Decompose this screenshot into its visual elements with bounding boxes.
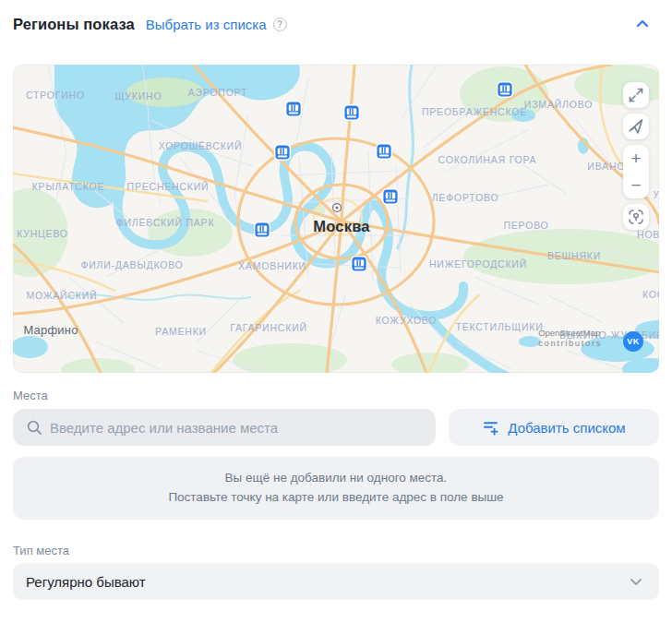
map-district-label: РАМЕНКИ [155, 326, 207, 337]
map-zoom-control: + − [623, 145, 649, 198]
map-zoom-out-button[interactable]: − [623, 172, 649, 198]
map-town-label: Марфино [23, 323, 78, 337]
list-add-icon [482, 418, 500, 437]
empty-places-notice: Вы ещё не добавили ни одного места. Пост… [13, 457, 659, 520]
map-district-label: ТЕКСТИЛЬЩИКИ [455, 321, 543, 332]
map-district-label: ХОРОШЁВСКИЙ [159, 140, 243, 151]
map-district-label: МОЖАЙСКИЙ [27, 290, 98, 301]
map-district-label: АЭРОПОРТ [188, 87, 247, 98]
search-icon [25, 418, 43, 437]
choose-from-list-link[interactable]: Выбрать из списка [146, 17, 267, 32]
map-district-label: ФИЛЁВСКИЙ ПАРК [116, 217, 215, 228]
map-district-label: ПРЕОБРАЖЕНСКОЕ [422, 106, 527, 117]
chevron-up-icon [633, 14, 652, 32]
help-icon[interactable]: ? [273, 18, 287, 31]
metro-station-pin[interactable] [377, 144, 392, 160]
map-district-label: ФИЛИ-ДАВЫДКОВО [80, 259, 183, 270]
map-district-label: ХАМОВНИКИ [238, 260, 306, 271]
metro-station-pin[interactable] [498, 82, 513, 98]
metro-station-pin[interactable] [255, 222, 270, 238]
map-district-label: ПЕРОВО [503, 220, 548, 231]
chevron-down-icon [626, 571, 646, 592]
map-pin-target-button[interactable] [623, 204, 649, 230]
map-canvas[interactable]: СТРОГИНОЩУКИНОАЭРОПОРТХОРОШЁВСКИЙПРЕОБРА… [13, 65, 659, 373]
metro-station-pin[interactable] [286, 102, 302, 117]
place-search-field [13, 409, 436, 446]
map-district-label: ГАГАРИНСКИЙ [230, 322, 307, 333]
map-district-label: КОСИ [642, 289, 659, 300]
place-type-value: Регулярно бывают [26, 574, 146, 590]
add-by-list-label: Добавить списком [508, 420, 625, 436]
map-district-label: КРЫЛАТСКОЕ [32, 181, 105, 192]
map-district-label: КУНЦЕВО [17, 228, 68, 239]
navigation-arrow-icon [624, 114, 648, 138]
display-regions-panel: Регионы показа Выбрать из списка ? [0, 0, 672, 623]
vk-logo[interactable]: VK [623, 331, 643, 352]
map-district-label: СТРОГИНО [26, 90, 85, 101]
panel-header: Регионы показа Выбрать из списка ? [13, 13, 659, 35]
place-type-label: Тип места [13, 544, 659, 557]
map-district-label: ЛЕФОРТОВО [432, 192, 499, 203]
map-district-label: ЩУКИНО [115, 90, 162, 102]
collapse-section-button[interactable] [631, 12, 654, 37]
map-district-label: КОЖУХОВО [376, 315, 438, 326]
map-city-label: Москва [313, 218, 370, 234]
map-district-label: НОВО [637, 229, 659, 240]
metro-station-pin[interactable] [344, 105, 360, 121]
map-district-label: НИЖЕГОРОДСКИЙ [429, 258, 527, 270]
map-district-label: ут [654, 187, 659, 198]
map-controls: + − [623, 82, 649, 230]
metro-station-pin[interactable] [383, 189, 399, 205]
map-district-label: СОКОЛИНАЯ ГОРА [438, 154, 537, 165]
map-district-label: ИЗМАЙЛОВО [524, 99, 593, 110]
place-search-input[interactable] [13, 409, 436, 446]
places-row: Добавить списком [13, 409, 659, 446]
pin-target-icon [624, 205, 648, 229]
map-locate-button[interactable] [623, 114, 649, 139]
attribution-line: contributors [538, 339, 602, 349]
add-by-list-button[interactable]: Добавить списком [449, 409, 659, 446]
notice-line-2: Поставьте точку на карте или введите адр… [168, 488, 503, 508]
map-image: СТРОГИНОЩУКИНОАЭРОПОРТХОРОШЁВСКИЙПРЕОБРА… [13, 65, 659, 373]
metro-station-pin[interactable] [352, 257, 367, 272]
place-type-select[interactable]: Регулярно бывают [13, 563, 659, 600]
panel-title: Регионы показа [13, 16, 135, 33]
metro-station-pin[interactable] [275, 145, 291, 161]
notice-line-1: Вы ещё не добавили ни одного места. [225, 469, 448, 488]
map-district-label: ВЕШНЯКИ [547, 250, 601, 261]
map-district-label: ПРЕСНЕНСКИЙ [127, 181, 210, 192]
map-zoom-in-button[interactable]: + [623, 145, 649, 172]
expand-icon [624, 83, 648, 107]
city-center-marker [333, 204, 342, 212]
map-attribution: OpenStreetMap contributors [538, 329, 602, 349]
places-label: Места [13, 389, 659, 402]
map-fullscreen-button[interactable] [623, 82, 649, 108]
